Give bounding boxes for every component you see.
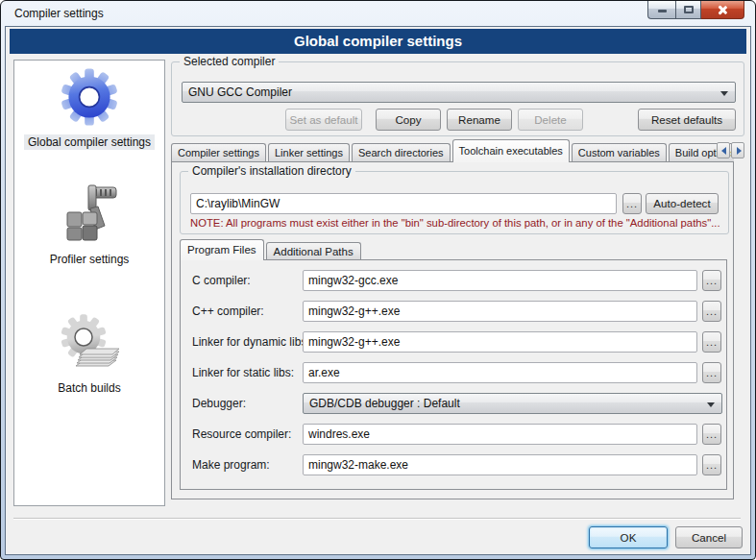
c-compiler-label: C compiler: bbox=[192, 274, 251, 287]
set-as-default-button[interactable]: Set as default bbox=[285, 109, 362, 131]
sidebar-item-global-compiler-settings[interactable]: Global compiler settings bbox=[14, 66, 164, 150]
debugger-row: Debugger: GDB/CDB debugger : Default bbox=[181, 393, 726, 416]
tab-custom-variables[interactable]: Custom variables bbox=[572, 143, 667, 162]
cancel-button[interactable]: Cancel bbox=[675, 526, 743, 548]
debugger-label: Debugger: bbox=[192, 397, 246, 410]
settings-tabs: Compiler settingsLinker settingsSearch d… bbox=[171, 139, 734, 162]
chevron-down-icon bbox=[707, 402, 715, 407]
make-program-input[interactable] bbox=[303, 454, 697, 475]
resource-compiler-row: Resource compiler: ... bbox=[181, 424, 726, 447]
minimize-icon bbox=[658, 10, 667, 12]
close-button[interactable] bbox=[701, 1, 744, 19]
ok-button[interactable]: OK bbox=[589, 526, 668, 548]
resource-compiler-input[interactable] bbox=[303, 424, 697, 445]
tab-search-directories[interactable]: Search directories bbox=[352, 143, 451, 162]
chevron-down-icon bbox=[720, 91, 728, 96]
make-program-label: Make program: bbox=[192, 458, 270, 472]
c-compiler-row: C compiler: ... bbox=[181, 270, 726, 293]
blue-gear-icon bbox=[59, 66, 120, 131]
install-directory-group: Compiler's installation directory ... Au… bbox=[180, 171, 729, 234]
subtab-additional-paths[interactable]: Additional Paths bbox=[266, 242, 361, 260]
arrow-right-icon bbox=[737, 147, 742, 155]
cpp-compiler-browse-button[interactable]: ... bbox=[702, 301, 721, 322]
resource-compiler-browse-button[interactable]: ... bbox=[702, 424, 721, 445]
arrow-left-icon bbox=[721, 147, 726, 155]
cpp-compiler-row: C++ compiler: ... bbox=[181, 301, 726, 324]
copy-button[interactable]: Copy bbox=[376, 109, 441, 131]
bin-subdirectory-note: NOTE: All programs must exist either in … bbox=[190, 217, 720, 229]
install-directory-input[interactable] bbox=[190, 193, 617, 214]
debugger-dropdown[interactable]: GDB/CDB debugger : Default bbox=[303, 393, 722, 414]
sidebar-item-label: Batch builds bbox=[54, 380, 124, 396]
minimize-button[interactable] bbox=[647, 1, 675, 19]
dynamic-linker-label: Linker for dynamic libs: bbox=[192, 335, 310, 349]
c-compiler-input[interactable] bbox=[303, 270, 697, 291]
cpp-compiler-input[interactable] bbox=[303, 301, 697, 322]
static-linker-browse-button[interactable]: ... bbox=[702, 362, 721, 383]
cpp-compiler-label: C++ compiler: bbox=[192, 304, 264, 318]
install-directory-group-label: Compiler's installation directory bbox=[188, 164, 355, 178]
dialog-client-area: Global compiler settings bbox=[5, 26, 751, 555]
caption-buttons bbox=[647, 1, 744, 19]
maximize-icon bbox=[684, 6, 694, 13]
sidebar: Global compiler settings bbox=[13, 60, 165, 506]
page-title: Global compiler settings bbox=[10, 29, 746, 54]
delete-button[interactable]: Delete bbox=[518, 109, 583, 131]
selected-compiler-dropdown[interactable]: GNU GCC Compiler bbox=[182, 82, 736, 103]
gray-gear-stack-icon bbox=[59, 312, 120, 377]
tab-scroll-buttons bbox=[717, 142, 744, 158]
maximize-button[interactable] bbox=[675, 1, 701, 19]
sidebar-item-label: Global compiler settings bbox=[24, 134, 155, 150]
compiler-settings-window: Compiler settings Global compiler settin… bbox=[0, 0, 756, 560]
close-icon bbox=[718, 5, 728, 15]
dynamic-linker-browse-button[interactable]: ... bbox=[702, 331, 721, 353]
static-linker-input[interactable] bbox=[303, 362, 697, 383]
tab-linker-settings[interactable]: Linker settings bbox=[268, 143, 350, 162]
sidebar-item-profiler-settings[interactable]: Profiler settings bbox=[14, 183, 164, 267]
sidebar-item-label: Profiler settings bbox=[46, 252, 134, 267]
footer-divider bbox=[13, 518, 741, 520]
subtab-program-files[interactable]: Program Files bbox=[180, 239, 264, 260]
resource-compiler-label: Resource compiler: bbox=[192, 427, 291, 441]
selected-compiler-group: Selected compiler GNU GCC Compiler Set a… bbox=[171, 61, 744, 136]
install-directory-browse-button[interactable]: ... bbox=[622, 193, 642, 214]
debugger-value: GDB/CDB debugger : Default bbox=[309, 397, 460, 410]
rename-button[interactable]: Rename bbox=[447, 109, 512, 131]
selected-compiler-value: GNU GCC Compiler bbox=[188, 85, 292, 99]
selected-compiler-group-label: Selected compiler bbox=[180, 55, 279, 68]
sidebar-item-batch-builds[interactable]: Batch builds bbox=[14, 312, 164, 396]
titlebar[interactable]: Compiler settings bbox=[1, 1, 755, 26]
tab-compiler-settings[interactable]: Compiler settings bbox=[171, 143, 266, 162]
static-linker-row: Linker for static libs: ... bbox=[181, 362, 726, 385]
toolchain-executables-panel: Compiler's installation directory ... Au… bbox=[171, 161, 734, 499]
static-linker-label: Linker for static libs: bbox=[192, 366, 294, 379]
tab-toolchain-executables[interactable]: Toolchain executables bbox=[452, 139, 570, 162]
window-title: Compiler settings bbox=[14, 7, 104, 20]
toolchain-subtabs: Program FilesAdditional Paths bbox=[180, 239, 363, 260]
reset-defaults-button[interactable]: Reset defaults bbox=[638, 109, 736, 131]
tab-scroll-right-button[interactable] bbox=[731, 142, 744, 158]
dynamic-linker-input[interactable] bbox=[303, 331, 697, 353]
c-compiler-browse-button[interactable]: ... bbox=[702, 270, 721, 291]
caliper-icon bbox=[59, 183, 120, 248]
tab-scroll-left-button[interactable] bbox=[717, 142, 730, 158]
auto-detect-button[interactable]: Auto-detect bbox=[646, 193, 719, 214]
make-program-row: Make program: ... bbox=[181, 454, 726, 477]
program-files-panel: C compiler: ... C++ compiler: ... Linker… bbox=[180, 259, 727, 490]
dynamic-linker-row: Linker for dynamic libs: ... bbox=[181, 331, 726, 354]
make-program-browse-button[interactable]: ... bbox=[702, 454, 721, 475]
